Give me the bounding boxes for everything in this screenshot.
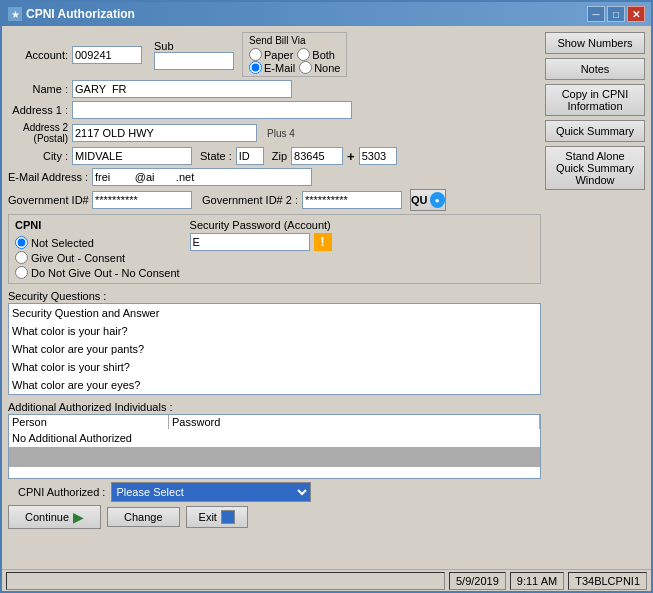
window-body: Account: 009241 Sub Send Bill Via Paper … <box>2 26 651 569</box>
auth-gray-area <box>9 447 540 467</box>
govid2-input[interactable] <box>302 191 402 209</box>
minimize-button[interactable]: ─ <box>587 6 605 22</box>
qu-circle-icon: ● <box>430 192 446 208</box>
address2-label: Address 2(Postal) <box>8 122 68 144</box>
status-time: 9:11 AM <box>510 572 564 590</box>
exit-label: Exit <box>199 511 217 523</box>
email-input[interactable] <box>92 168 312 186</box>
city-label: City : <box>8 150 68 162</box>
address1-row: Address 1 : <box>8 101 541 119</box>
authorized-individuals-section: Additional Authorized Individuals : Pers… <box>8 398 541 479</box>
qu-button[interactable]: QU ● <box>410 189 446 211</box>
left-panel: Account: 009241 Sub Send Bill Via Paper … <box>8 32 541 563</box>
both-radio[interactable]: Both <box>297 48 335 61</box>
plus4-label: Plus 4 <box>267 128 295 139</box>
title-bar: ★ CPNI Authorization ─ □ ✕ <box>2 2 651 26</box>
cpni-do-not-give-radio[interactable]: Do Not Give Out - No Consent <box>15 266 180 279</box>
notes-button[interactable]: Notes <box>545 58 645 80</box>
sub-input[interactable] <box>154 52 234 70</box>
change-label: Change <box>124 511 163 523</box>
continue-label: Continue <box>25 511 69 523</box>
govid-row: Government ID# 1 : Government ID# 2 : QU… <box>8 189 541 211</box>
exit-square-icon <box>221 510 235 524</box>
zip4-input[interactable] <box>359 147 397 165</box>
no-additional-item: No Additional Authorized <box>9 429 540 447</box>
status-code: T34BLCPNI1 <box>568 572 647 590</box>
name-row: Name : <box>8 80 541 98</box>
security-q-3[interactable]: What color is your shirt? <box>9 358 540 376</box>
name-label: Name : <box>8 83 68 95</box>
status-date: 5/9/2019 <box>449 572 506 590</box>
zip-separator: + <box>347 149 355 164</box>
cpni-give-out-radio[interactable]: Give Out - Consent <box>15 251 180 264</box>
status-empty <box>6 572 445 590</box>
none-radio[interactable]: None <box>299 61 340 74</box>
security-q-header[interactable]: Security Question and Answer <box>9 304 540 322</box>
city-row: City : State : Zip + <box>8 147 541 165</box>
stand-alone-button[interactable]: Stand Alone Quick Summary Window <box>545 146 645 190</box>
security-pwd-label: Security Password (Account) <box>190 219 534 231</box>
security-q-4[interactable]: What color are your eyes? <box>9 376 540 394</box>
show-numbers-button[interactable]: Show Numbers <box>545 32 645 54</box>
continue-button[interactable]: Continue ▶ <box>8 505 101 529</box>
close-button[interactable]: ✕ <box>627 6 645 22</box>
account-input[interactable]: 009241 <box>72 46 142 64</box>
cpni-authorized-row: CPNI Authorized : Please Select <box>8 482 541 502</box>
email-label: E-Mail Address : <box>8 171 88 183</box>
zip-label: Zip <box>272 150 287 162</box>
window-controls: ─ □ ✕ <box>587 6 645 22</box>
change-button[interactable]: Change <box>107 507 180 527</box>
email-row: E-Mail Address : <box>8 168 541 186</box>
security-questions-label: Security Questions : <box>8 290 541 302</box>
state-label: State : <box>200 150 232 162</box>
person-col-header: Person <box>9 415 169 429</box>
sub-label: Sub <box>154 40 234 52</box>
continue-arrow-icon: ▶ <box>73 509 84 525</box>
cpni-not-selected-radio[interactable]: Not Selected <box>15 236 180 249</box>
cpni-authorized-label: CPNI Authorized : <box>18 486 105 498</box>
paper-radio[interactable]: Paper <box>249 48 293 61</box>
zip-input[interactable] <box>291 147 343 165</box>
account-label: Account: <box>8 49 68 61</box>
bottom-section: CPNI Authorized : Please Select Continue… <box>8 482 541 529</box>
warning-icon: ! <box>314 233 332 251</box>
copy-cpni-button[interactable]: Copy in CPNI Information <box>545 84 645 116</box>
maximize-button[interactable]: □ <box>607 6 625 22</box>
cpni-not-selected-label: Not Selected <box>31 237 94 249</box>
address2-input[interactable] <box>72 124 257 142</box>
none-label: None <box>314 62 340 74</box>
email-send-label: E-Mail <box>264 62 295 74</box>
address1-input[interactable] <box>72 101 352 119</box>
main-area: Account: 009241 Sub Send Bill Via Paper … <box>8 32 645 563</box>
address2-row: Address 2(Postal) Plus 4 <box>8 122 541 144</box>
security-pwd-input[interactable] <box>190 233 310 251</box>
cpni-authorized-select[interactable]: Please Select <box>111 482 311 502</box>
cpni-do-not-give-label: Do Not Give Out - No Consent <box>31 267 180 279</box>
auth-individuals-body: No Additional Authorized <box>8 429 541 479</box>
both-label: Both <box>312 49 335 61</box>
right-panel: Show Numbers Notes Copy in CPNI Informat… <box>545 32 645 563</box>
password-col-header: Password <box>169 415 540 429</box>
status-bar: 5/9/2019 9:11 AM T34BLCPNI1 <box>2 569 651 591</box>
account-row: Account: 009241 Sub Send Bill Via Paper … <box>8 32 541 77</box>
name-input[interactable] <box>72 80 292 98</box>
govid1-label: Government ID# 1 : <box>8 194 88 206</box>
quick-summary-button[interactable]: Quick Summary <box>545 120 645 142</box>
cpni-title: CPNI <box>15 219 180 231</box>
security-q-2[interactable]: What color are your pants? <box>9 340 540 358</box>
govid1-input[interactable] <box>92 191 192 209</box>
main-window: ★ CPNI Authorization ─ □ ✕ Account: 0092… <box>0 0 653 593</box>
email-radio[interactable]: E-Mail <box>249 61 295 74</box>
state-input[interactable] <box>236 147 264 165</box>
exit-button[interactable]: Exit <box>186 506 248 528</box>
security-q-1[interactable]: What color is your hair? <box>9 322 540 340</box>
cpni-left: CPNI Not Selected Give Out - Consent Do … <box>15 219 180 279</box>
govid2-label: Government ID# 2 : <box>202 194 298 206</box>
action-row: Continue ▶ Change Exit <box>8 505 541 529</box>
cpni-right: Security Password (Account) ! <box>190 219 534 279</box>
security-questions-list[interactable]: Security Question and Answer What color … <box>8 303 541 395</box>
cpni-box: CPNI Not Selected Give Out - Consent Do … <box>8 214 541 284</box>
address1-label: Address 1 : <box>8 104 68 116</box>
city-input[interactable] <box>72 147 192 165</box>
window-icon: ★ <box>8 7 22 21</box>
